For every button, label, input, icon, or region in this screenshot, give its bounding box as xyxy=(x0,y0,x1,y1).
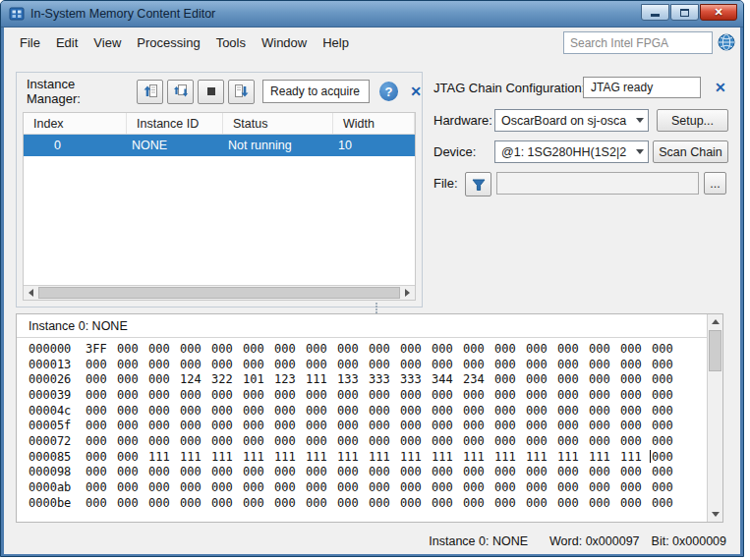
hex-value[interactable]: 000 xyxy=(432,404,463,418)
hex-value[interactable]: 000 xyxy=(148,358,180,371)
hex-value[interactable]: 000 xyxy=(306,496,337,510)
hex-value[interactable]: 000 xyxy=(400,388,432,402)
hex-value[interactable]: 000 xyxy=(274,434,306,448)
hex-value[interactable]: 000 xyxy=(306,434,337,448)
hex-value[interactable]: 111 xyxy=(557,450,589,464)
hex-value[interactable]: 111 xyxy=(400,450,432,464)
hex-value[interactable]: 000 xyxy=(211,342,243,356)
hex-value[interactable]: 000 xyxy=(117,434,148,448)
hex-value[interactable]: 234 xyxy=(463,372,494,386)
hex-value[interactable]: 000 xyxy=(557,404,589,418)
hex-value[interactable]: 000 xyxy=(526,465,557,478)
hex-value[interactable]: 000 xyxy=(243,480,274,494)
hex-value[interactable]: 000 xyxy=(117,450,148,464)
hex-value[interactable]: 000 xyxy=(557,480,589,494)
hex-value[interactable]: 000 xyxy=(557,388,589,402)
column-header-index[interactable]: Index xyxy=(24,113,127,134)
hex-value[interactable]: 000 xyxy=(589,342,620,356)
hex-value[interactable]: 111 xyxy=(494,450,526,464)
hex-value[interactable]: 000 xyxy=(526,419,557,432)
hex-value[interactable]: 000 xyxy=(589,419,620,432)
hex-value[interactable]: 000 xyxy=(306,342,337,356)
hex-value[interactable]: 000 xyxy=(526,372,557,386)
hex-value[interactable]: 333 xyxy=(400,372,432,386)
hex-value[interactable]: 123 xyxy=(274,372,306,386)
hex-value[interactable]: 000 xyxy=(148,434,180,448)
hex-value[interactable]: 000 xyxy=(557,434,589,448)
hex-value[interactable]: 000 xyxy=(526,342,557,356)
hex-value[interactable]: 000 xyxy=(369,496,400,510)
hex-value[interactable]: 000 xyxy=(148,419,180,432)
maximize-button[interactable] xyxy=(670,4,699,21)
stop-button[interactable] xyxy=(198,80,224,104)
hex-value[interactable]: 000 xyxy=(526,496,557,510)
hex-value[interactable]: 000 xyxy=(180,496,211,510)
hex-value[interactable]: 000 xyxy=(86,419,117,432)
hex-value[interactable]: 000 xyxy=(243,496,274,510)
hex-value[interactable]: 000 xyxy=(117,465,148,478)
hex-value[interactable]: 000 xyxy=(432,388,463,402)
hex-value[interactable]: 000 xyxy=(306,358,337,371)
hex-value[interactable]: 000 xyxy=(369,342,400,356)
setup-button[interactable]: Setup... xyxy=(657,109,728,132)
hex-value[interactable]: 111 xyxy=(211,450,243,464)
hex-value[interactable]: 000 xyxy=(86,480,117,494)
hex-value[interactable]: 111 xyxy=(180,450,211,464)
hex-value[interactable]: 000 xyxy=(400,342,432,356)
column-header-instance-id[interactable]: Instance ID xyxy=(127,113,223,134)
hex-value[interactable]: 000 xyxy=(117,496,148,510)
hex-value[interactable]: 000 xyxy=(400,480,432,494)
hex-value[interactable]: 000 xyxy=(369,434,400,448)
hex-value[interactable]: 000 xyxy=(243,342,274,356)
hex-value[interactable]: 000 xyxy=(211,388,243,402)
hex-value[interactable]: 000 xyxy=(243,419,274,432)
search-input[interactable] xyxy=(563,31,713,54)
hex-value[interactable]: 101 xyxy=(243,372,274,386)
instance-manager-close-icon[interactable]: ✕ xyxy=(410,84,422,98)
hex-value[interactable]: 000 xyxy=(652,465,683,478)
hex-value[interactable]: 000 xyxy=(620,372,652,386)
hex-value[interactable]: 000 xyxy=(369,480,400,494)
file-open-button[interactable] xyxy=(465,172,491,196)
hex-value[interactable]: 000 xyxy=(243,465,274,478)
hex-value[interactable]: 000 xyxy=(117,419,148,432)
hex-value[interactable]: 000 xyxy=(652,388,683,402)
hex-value[interactable]: 000 xyxy=(148,404,180,418)
hex-value[interactable]: 000 xyxy=(400,434,432,448)
hex-value[interactable]: 000 xyxy=(86,404,117,418)
hex-value[interactable]: 000 xyxy=(620,388,652,402)
hex-value[interactable]: 000 xyxy=(86,434,117,448)
globe-icon[interactable] xyxy=(718,33,735,51)
hex-value[interactable]: 000 xyxy=(620,480,652,494)
hex-value[interactable]: 000 xyxy=(494,404,526,418)
hex-value[interactable]: 000 xyxy=(117,404,148,418)
hex-value[interactable]: 000 xyxy=(652,342,683,356)
hex-value[interactable]: 111 xyxy=(243,450,274,464)
vertical-scrollbar-thumb[interactable] xyxy=(709,330,721,371)
hex-value[interactable]: 000 xyxy=(180,434,211,448)
hex-value[interactable]: 000 xyxy=(86,358,117,371)
hex-value[interactable]: 000 xyxy=(180,419,211,432)
hex-value[interactable]: 000 xyxy=(432,480,463,494)
hex-value[interactable]: 000 xyxy=(652,358,683,371)
hex-value[interactable]: 111 xyxy=(337,450,369,464)
hex-value[interactable]: 000 xyxy=(432,342,463,356)
menu-view[interactable]: View xyxy=(86,30,129,55)
hex-value[interactable]: 000 xyxy=(117,358,148,371)
hex-value[interactable]: 000 xyxy=(589,358,620,371)
hex-value[interactable]: 111 xyxy=(274,450,306,464)
hex-value[interactable]: 000 xyxy=(494,480,526,494)
scroll-down-button[interactable] xyxy=(708,507,722,522)
hex-value[interactable]: 000 xyxy=(180,480,211,494)
menu-processing[interactable]: Processing xyxy=(129,30,207,55)
scan-chain-button[interactable]: Scan Chain xyxy=(653,140,728,163)
hex-value[interactable]: 000 xyxy=(432,434,463,448)
horizontal-scrollbar[interactable] xyxy=(24,285,415,300)
hex-value[interactable]: 000 xyxy=(306,419,337,432)
hex-value[interactable]: 000 xyxy=(211,419,243,432)
hex-value[interactable]: 000 xyxy=(526,358,557,371)
hex-value[interactable]: 000 xyxy=(211,358,243,371)
help-button[interactable]: ? xyxy=(379,82,398,101)
hex-value[interactable]: 000 xyxy=(589,480,620,494)
file-path-field[interactable] xyxy=(496,172,699,195)
